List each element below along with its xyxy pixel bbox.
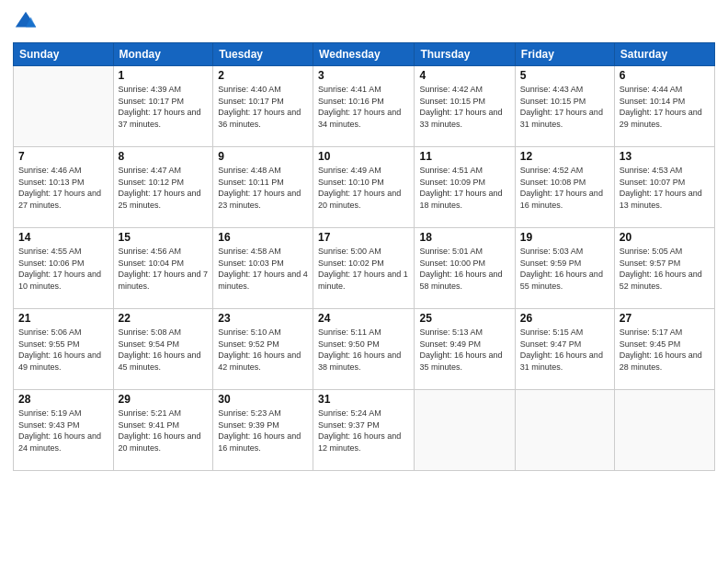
day-number: 21 xyxy=(18,312,108,325)
calendar-cell: 1Sunrise: 4:39 AM Sunset: 10:17 PM Dayli… xyxy=(113,66,213,147)
calendar-cell: 11Sunrise: 4:51 AM Sunset: 10:09 PM Dayl… xyxy=(415,147,515,228)
day-number: 11 xyxy=(419,150,509,163)
day-info: Sunrise: 4:47 AM Sunset: 10:12 PM Daylig… xyxy=(119,165,209,211)
logo-icon xyxy=(13,9,39,35)
day-number: 9 xyxy=(218,150,308,163)
day-number: 18 xyxy=(419,231,509,244)
day-number: 1 xyxy=(119,69,209,82)
calendar-cell: 26Sunrise: 5:15 AM Sunset: 9:47 PM Dayli… xyxy=(515,309,614,390)
day-info: Sunrise: 4:40 AM Sunset: 10:17 PM Daylig… xyxy=(218,84,308,130)
day-number: 19 xyxy=(520,231,609,244)
calendar-cell: 22Sunrise: 5:08 AM Sunset: 9:54 PM Dayli… xyxy=(113,309,213,390)
calendar-week-1: 7Sunrise: 4:46 AM Sunset: 10:13 PM Dayli… xyxy=(14,147,715,228)
day-info: Sunrise: 5:21 AM Sunset: 9:41 PM Dayligh… xyxy=(119,408,209,454)
day-info: Sunrise: 4:55 AM Sunset: 10:06 PM Daylig… xyxy=(18,246,108,292)
calendar-cell: 19Sunrise: 5:03 AM Sunset: 9:59 PM Dayli… xyxy=(515,228,614,309)
calendar-header-monday: Monday xyxy=(113,43,213,66)
day-number: 10 xyxy=(318,150,409,163)
day-number: 6 xyxy=(620,69,710,82)
day-info: Sunrise: 5:01 AM Sunset: 10:00 PM Daylig… xyxy=(419,246,509,292)
day-info: Sunrise: 4:44 AM Sunset: 10:14 PM Daylig… xyxy=(620,84,710,130)
calendar-header-wednesday: Wednesday xyxy=(313,43,415,66)
calendar-cell: 8Sunrise: 4:47 AM Sunset: 10:12 PM Dayli… xyxy=(113,147,213,228)
header xyxy=(13,9,715,35)
calendar-cell: 10Sunrise: 4:49 AM Sunset: 10:10 PM Dayl… xyxy=(313,147,415,228)
calendar-cell: 3Sunrise: 4:41 AM Sunset: 10:16 PM Dayli… xyxy=(313,66,415,147)
calendar-cell: 27Sunrise: 5:17 AM Sunset: 9:45 PM Dayli… xyxy=(614,309,714,390)
calendar-body: 1Sunrise: 4:39 AM Sunset: 10:17 PM Dayli… xyxy=(14,66,715,471)
calendar-cell: 15Sunrise: 4:56 AM Sunset: 10:04 PM Dayl… xyxy=(113,228,213,309)
day-info: Sunrise: 4:46 AM Sunset: 10:13 PM Daylig… xyxy=(18,165,108,211)
day-info: Sunrise: 4:52 AM Sunset: 10:08 PM Daylig… xyxy=(520,165,609,211)
day-info: Sunrise: 5:13 AM Sunset: 9:49 PM Dayligh… xyxy=(419,327,509,373)
calendar-cell xyxy=(614,390,714,471)
calendar-cell: 29Sunrise: 5:21 AM Sunset: 9:41 PM Dayli… xyxy=(113,390,213,471)
calendar-cell: 5Sunrise: 4:43 AM Sunset: 10:15 PM Dayli… xyxy=(515,66,614,147)
calendar-cell: 21Sunrise: 5:06 AM Sunset: 9:55 PM Dayli… xyxy=(14,309,114,390)
calendar-header-thursday: Thursday xyxy=(415,43,515,66)
calendar-header-friday: Friday xyxy=(515,43,614,66)
day-number: 26 xyxy=(520,312,609,325)
day-number: 22 xyxy=(119,312,209,325)
day-info: Sunrise: 5:19 AM Sunset: 9:43 PM Dayligh… xyxy=(18,408,108,454)
calendar-header-saturday: Saturday xyxy=(614,43,714,66)
day-info: Sunrise: 4:58 AM Sunset: 10:03 PM Daylig… xyxy=(218,246,308,292)
calendar-cell: 17Sunrise: 5:00 AM Sunset: 10:02 PM Dayl… xyxy=(313,228,415,309)
day-number: 30 xyxy=(218,393,308,406)
day-number: 15 xyxy=(119,231,209,244)
day-number: 7 xyxy=(18,150,108,163)
calendar-header-row: SundayMondayTuesdayWednesdayThursdayFrid… xyxy=(14,43,715,66)
day-number: 8 xyxy=(119,150,209,163)
calendar-week-3: 21Sunrise: 5:06 AM Sunset: 9:55 PM Dayli… xyxy=(14,309,715,390)
calendar-cell: 12Sunrise: 4:52 AM Sunset: 10:08 PM Dayl… xyxy=(515,147,614,228)
day-number: 12 xyxy=(520,150,609,163)
day-number: 20 xyxy=(620,231,710,244)
day-info: Sunrise: 5:00 AM Sunset: 10:02 PM Daylig… xyxy=(318,246,409,292)
day-number: 27 xyxy=(620,312,710,325)
day-number: 2 xyxy=(218,69,308,82)
day-info: Sunrise: 4:56 AM Sunset: 10:04 PM Daylig… xyxy=(119,246,209,292)
day-number: 16 xyxy=(218,231,308,244)
day-info: Sunrise: 4:49 AM Sunset: 10:10 PM Daylig… xyxy=(318,165,409,211)
day-info: Sunrise: 4:48 AM Sunset: 10:11 PM Daylig… xyxy=(218,165,308,211)
calendar-cell: 23Sunrise: 5:10 AM Sunset: 9:52 PM Dayli… xyxy=(213,309,313,390)
day-info: Sunrise: 5:17 AM Sunset: 9:45 PM Dayligh… xyxy=(620,327,710,373)
day-info: Sunrise: 4:42 AM Sunset: 10:15 PM Daylig… xyxy=(419,84,509,130)
day-info: Sunrise: 5:23 AM Sunset: 9:39 PM Dayligh… xyxy=(218,408,308,454)
calendar-cell: 20Sunrise: 5:05 AM Sunset: 9:57 PM Dayli… xyxy=(614,228,714,309)
calendar-week-2: 14Sunrise: 4:55 AM Sunset: 10:06 PM Dayl… xyxy=(14,228,715,309)
logo xyxy=(13,9,42,35)
day-number: 17 xyxy=(318,231,409,244)
day-number: 3 xyxy=(318,69,409,82)
day-info: Sunrise: 5:05 AM Sunset: 9:57 PM Dayligh… xyxy=(620,246,710,292)
day-number: 5 xyxy=(520,69,609,82)
day-number: 23 xyxy=(218,312,308,325)
calendar-cell: 9Sunrise: 4:48 AM Sunset: 10:11 PM Dayli… xyxy=(213,147,313,228)
day-number: 4 xyxy=(419,69,509,82)
calendar-cell: 13Sunrise: 4:53 AM Sunset: 10:07 PM Dayl… xyxy=(614,147,714,228)
calendar-header-sunday: Sunday xyxy=(14,43,114,66)
calendar-cell: 25Sunrise: 5:13 AM Sunset: 9:49 PM Dayli… xyxy=(415,309,515,390)
day-info: Sunrise: 4:53 AM Sunset: 10:07 PM Daylig… xyxy=(620,165,710,211)
day-info: Sunrise: 5:24 AM Sunset: 9:37 PM Dayligh… xyxy=(318,408,409,454)
day-info: Sunrise: 4:39 AM Sunset: 10:17 PM Daylig… xyxy=(119,84,209,130)
calendar: SundayMondayTuesdayWednesdayThursdayFrid… xyxy=(13,42,715,471)
day-number: 25 xyxy=(419,312,509,325)
calendar-cell: 2Sunrise: 4:40 AM Sunset: 10:17 PM Dayli… xyxy=(213,66,313,147)
calendar-cell: 6Sunrise: 4:44 AM Sunset: 10:14 PM Dayli… xyxy=(614,66,714,147)
calendar-cell: 31Sunrise: 5:24 AM Sunset: 9:37 PM Dayli… xyxy=(313,390,415,471)
calendar-cell: 7Sunrise: 4:46 AM Sunset: 10:13 PM Dayli… xyxy=(14,147,114,228)
day-info: Sunrise: 4:51 AM Sunset: 10:09 PM Daylig… xyxy=(419,165,509,211)
calendar-week-0: 1Sunrise: 4:39 AM Sunset: 10:17 PM Dayli… xyxy=(14,66,715,147)
calendar-cell xyxy=(415,390,515,471)
day-number: 29 xyxy=(119,393,209,406)
calendar-week-4: 28Sunrise: 5:19 AM Sunset: 9:43 PM Dayli… xyxy=(14,390,715,471)
calendar-cell: 28Sunrise: 5:19 AM Sunset: 9:43 PM Dayli… xyxy=(14,390,114,471)
page: SundayMondayTuesdayWednesdayThursdayFrid… xyxy=(0,0,728,563)
day-info: Sunrise: 5:03 AM Sunset: 9:59 PM Dayligh… xyxy=(520,246,609,292)
day-info: Sunrise: 5:11 AM Sunset: 9:50 PM Dayligh… xyxy=(318,327,409,373)
day-info: Sunrise: 5:06 AM Sunset: 9:55 PM Dayligh… xyxy=(18,327,108,373)
calendar-header-tuesday: Tuesday xyxy=(213,43,313,66)
calendar-cell: 24Sunrise: 5:11 AM Sunset: 9:50 PM Dayli… xyxy=(313,309,415,390)
day-number: 28 xyxy=(18,393,108,406)
